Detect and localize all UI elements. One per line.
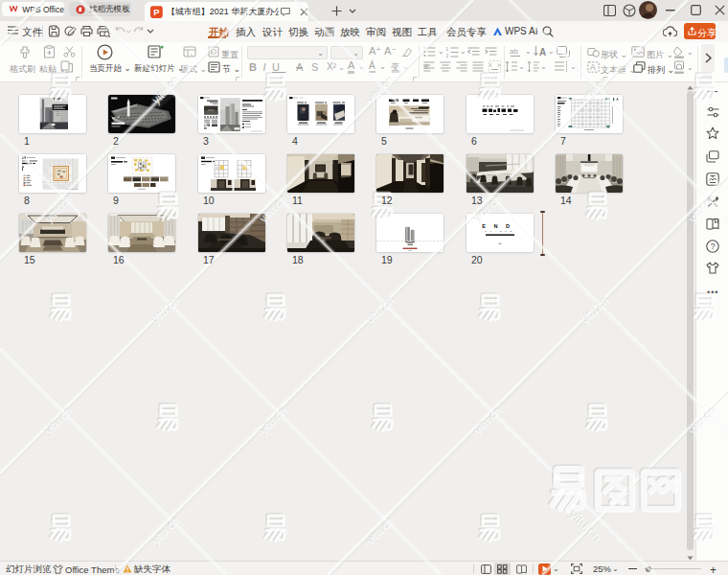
svg-text:A: A	[539, 47, 546, 58]
svg-text:END: END	[482, 223, 517, 229]
svg-text:ab: ab	[510, 47, 518, 56]
svg-text:?: ?	[710, 242, 715, 251]
svg-text:A: A	[590, 62, 596, 72]
svg-text:1: 1	[446, 46, 449, 52]
svg-text:变: 变	[391, 62, 399, 72]
svg-text:P: P	[153, 7, 159, 16]
svg-text:THANKS: THANKS	[485, 230, 514, 233]
svg-text:2: 2	[446, 53, 449, 58]
